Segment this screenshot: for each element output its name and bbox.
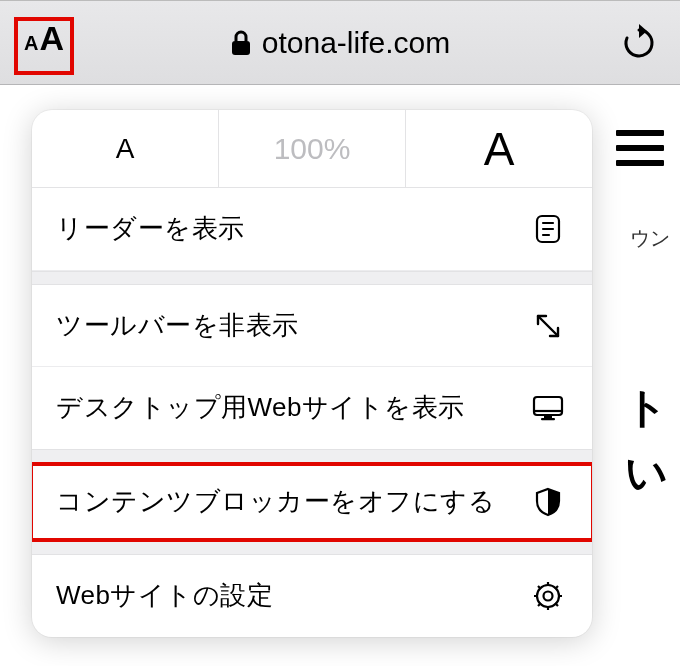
menu-item-show-reader[interactable]: リーダーを表示 — [32, 188, 592, 271]
svg-line-19 — [555, 586, 558, 589]
url-domain-text: otona-life.com — [262, 26, 450, 60]
reload-button[interactable] — [622, 1, 656, 84]
text-size-popover: A 100% A リーダーを表示 ツールバーを非表示 — [32, 110, 592, 637]
svg-line-16 — [538, 586, 541, 589]
background-text-fragment: い — [625, 445, 668, 501]
menu-item-label: デスクトップ用Webサイトを表示 — [56, 389, 530, 427]
reload-icon — [622, 24, 656, 62]
menu-item-label: ツールバーを非表示 — [56, 307, 530, 345]
zoom-in-button[interactable]: A — [406, 110, 592, 187]
menu-separator — [32, 541, 592, 555]
svg-rect-9 — [541, 418, 555, 420]
menu-item-label: Webサイトの設定 — [56, 577, 530, 615]
lock-icon — [230, 29, 252, 57]
background-text-fragment: ウン — [630, 225, 670, 252]
menu-item-hide-toolbar[interactable]: ツールバーを非表示 — [32, 285, 592, 368]
svg-rect-0 — [232, 41, 250, 55]
zoom-in-label: A — [484, 122, 515, 176]
hamburger-menu-button[interactable] — [616, 121, 664, 175]
zoom-percent-display[interactable]: 100% — [219, 110, 406, 187]
menu-separator — [32, 449, 592, 463]
menu-item-label: コンテンツブロッカーをオフにする — [56, 483, 530, 521]
shield-icon — [530, 487, 566, 517]
text-size-button[interactable]: A A — [14, 19, 74, 77]
svg-point-11 — [544, 591, 553, 600]
hamburger-bar — [616, 160, 664, 166]
zoom-out-label: A — [116, 133, 135, 165]
svg-rect-8 — [544, 415, 552, 418]
svg-line-5 — [538, 316, 558, 336]
menu-item-content-blocker-off[interactable]: コンテンツブロッカーをオフにする — [32, 463, 592, 541]
background-text-fragment: ト — [625, 380, 668, 436]
reader-icon — [530, 214, 566, 244]
text-size-big-a: A — [39, 19, 64, 58]
menu-item-label: リーダーを表示 — [56, 210, 530, 248]
menu-item-desktop-site[interactable]: デスクトップ用Webサイトを表示 — [32, 367, 592, 449]
svg-rect-6 — [534, 397, 562, 415]
svg-line-17 — [555, 603, 558, 606]
expand-icon — [530, 312, 566, 340]
address-bar: A A otona-life.com — [0, 0, 680, 85]
svg-line-18 — [538, 603, 541, 606]
zoom-controls-row: A 100% A — [32, 110, 592, 188]
text-size-small-a: A — [24, 32, 38, 55]
hamburger-bar — [616, 130, 664, 136]
gear-icon — [530, 581, 566, 611]
hamburger-bar — [616, 145, 664, 151]
menu-item-site-settings[interactable]: Webサイトの設定 — [32, 555, 592, 637]
zoom-out-button[interactable]: A — [32, 110, 219, 187]
zoom-percent-label: 100% — [274, 132, 351, 166]
menu-separator — [32, 271, 592, 285]
url-display[interactable]: otona-life.com — [0, 26, 680, 60]
desktop-icon — [530, 394, 566, 422]
